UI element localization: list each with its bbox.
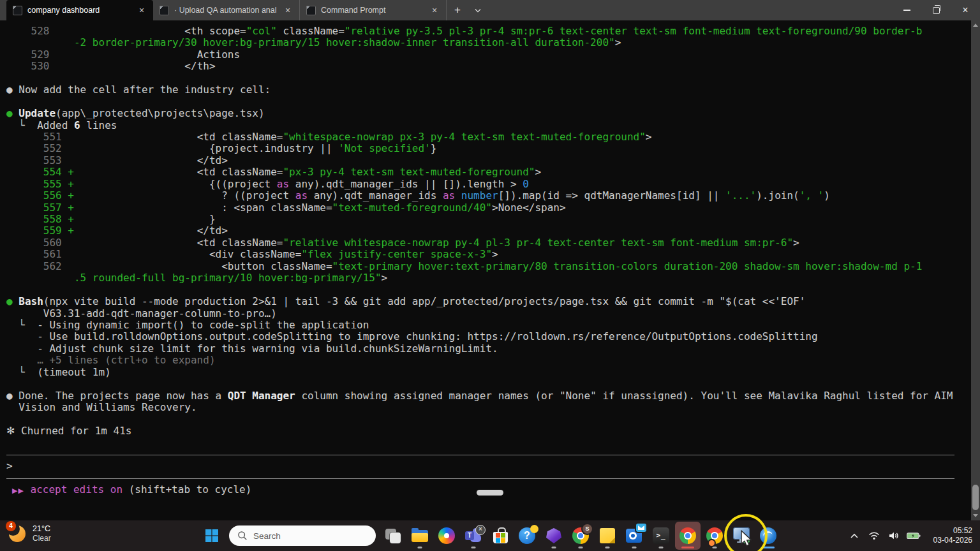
text-segment: └ (timeout 1m) — [6, 366, 111, 378]
weather-widget[interactable]: 4 21°C Clear — [8, 524, 51, 543]
tab-1[interactable]: company dashboard× — [6, 0, 153, 20]
microsoft-store-button[interactable] — [487, 522, 513, 550]
clock[interactable]: 05:52 03-04-2026 — [926, 526, 972, 545]
text-segment: lines — [80, 119, 117, 131]
running-indicator — [632, 547, 637, 548]
weather-condition: Clear — [33, 534, 51, 543]
text-segment: "px-3 py-4 text-sm text-muted-foreground… — [283, 166, 535, 178]
text-segment: <td className= — [62, 237, 283, 249]
tab-label: · Upload QA automation anal — [174, 6, 278, 15]
text-segment: (shift+tab to cycle) — [122, 483, 251, 496]
loop-button[interactable] — [541, 522, 567, 550]
terminal-line: ● Done. The projects page now has a QDT … — [6, 390, 971, 402]
terminal-line: 561 <div className="flex justify-center … — [6, 249, 971, 260]
terminal-line: 560 <td className="relative whitespace-n… — [6, 237, 971, 249]
text-segment: 528 — [6, 25, 49, 37]
minimize-button[interactable] — [892, 0, 921, 20]
sticky-notes-button[interactable] — [595, 522, 620, 550]
text-segment: QDT Manager — [228, 390, 295, 402]
close-button[interactable]: × — [951, 0, 980, 20]
terminal-button[interactable]: >_ — [648, 522, 674, 550]
text-segment: (app\_protected\projects\page.tsx) — [56, 107, 265, 119]
terminal-line: └ (timeout 1m) — [6, 367, 971, 378]
volume-icon[interactable] — [887, 526, 901, 545]
text-segment: 557 + — [6, 202, 74, 214]
tab-3[interactable]: Command Prompt× — [300, 0, 447, 20]
text-segment: []).map(id => qdtManagerNames[id] || — [498, 189, 725, 202]
text-segment: className= — [277, 25, 345, 37]
scrollbar-thumb[interactable] — [972, 485, 979, 510]
teams-button[interactable]: T× — [461, 522, 486, 550]
tab-close-icon[interactable]: × — [283, 5, 293, 15]
search-box[interactable]: Search — [229, 525, 376, 546]
text-segment: 555 + — [6, 178, 74, 190]
text-segment: } — [74, 213, 216, 225]
input-box-border — [6, 449, 971, 460]
text-segment: 560 — [6, 237, 62, 249]
text-segment: 530 — [6, 60, 49, 72]
tray-chevron-up-icon[interactable] — [847, 526, 861, 545]
new-tab-button[interactable]: + — [447, 0, 468, 20]
text-segment: number — [461, 189, 498, 202]
text-segment: "text-primary hover:text-primary/80 tran… — [332, 260, 923, 272]
running-indicator — [713, 547, 717, 548]
start-button[interactable] — [199, 522, 225, 550]
terminal-line: … +5 lines (ctrl+o to expand) — [6, 355, 971, 366]
tab-close-icon[interactable]: × — [137, 5, 147, 15]
file-explorer-button[interactable] — [407, 522, 433, 550]
chevron-down-icon — [475, 8, 481, 13]
text-segment: ▶▶ — [6, 487, 24, 495]
text-segment: column showing assigned manager names (o… — [295, 390, 953, 402]
outlook-button[interactable] — [621, 522, 647, 550]
sticky-notes-icon — [598, 527, 616, 545]
loop-icon — [545, 527, 563, 545]
text-segment: ) — [824, 189, 830, 202]
text-segment: > — [793, 237, 799, 249]
scroll-down-arrow-icon[interactable] — [973, 514, 978, 517]
get-help-badge — [530, 525, 538, 533]
tab-label: Command Prompt — [321, 6, 424, 15]
text-segment: <div className= — [62, 248, 302, 260]
search-icon — [237, 531, 248, 541]
terminal-line: 551 <td className="whitespace-nowrap px-… — [6, 131, 971, 143]
tab-close-icon[interactable]: × — [429, 5, 440, 15]
text-segment: as — [443, 189, 455, 202]
copilot-button[interactable] — [434, 522, 459, 550]
text-segment: ● — [6, 107, 13, 119]
task-view-button[interactable] — [380, 522, 406, 550]
text-segment: (npx vite build --mode production 2>&1 |… — [43, 295, 805, 307]
chrome-active-button[interactable] — [675, 522, 701, 550]
chrome-secondary-button[interactable] — [702, 522, 727, 550]
restore-button[interactable] — [921, 0, 951, 20]
text-segment: 529 — [6, 48, 49, 61]
terminal-line: 558 + } — [6, 214, 971, 225]
task-view-icon — [384, 527, 402, 545]
terminal-body[interactable]: 528 <th scope="col" className="relative … — [0, 20, 971, 520]
text-segment: as — [295, 189, 308, 202]
terminal-line: ● Bash(npx vite build --mode production … — [6, 296, 971, 307]
chrome-work-button[interactable]: S — [568, 522, 593, 550]
tab-dropdown-button[interactable] — [468, 0, 487, 20]
tab-label: company dashboard — [27, 6, 131, 15]
running-indicator — [605, 547, 610, 548]
text-segment: 558 + — [6, 213, 74, 225]
terminal-line: -2 border-primary/30 hover:bg-primary/15… — [6, 37, 971, 48]
terminal-line: .5 rounded-full bg-primary/10 hover:bg-p… — [6, 272, 971, 284]
text-segment: Update — [13, 107, 56, 119]
wifi-icon[interactable] — [867, 526, 881, 545]
get-help-button[interactable]: ? — [514, 522, 540, 550]
text-segment: ? ((project — [74, 189, 295, 202]
terminal-line: ● Update(app\_protected\projects\page.ts… — [6, 108, 971, 119]
text-segment: ● Done. The projects page now has a — [6, 390, 228, 402]
tab-2[interactable]: · Upload QA automation anal× — [153, 0, 300, 20]
terminal-line: Vision and Williams Recovery. — [6, 402, 971, 413]
text-segment: - Adjust chunk size limit for this warni… — [6, 342, 498, 355]
scrollbar[interactable] — [971, 20, 980, 520]
battery-icon[interactable] — [907, 526, 921, 545]
terminal-line: 557 + : <span className="text-muted-fore… — [6, 202, 971, 214]
text-segment: > — [382, 272, 388, 284]
taskbar-apps: T×?S>_ — [380, 522, 781, 550]
scroll-up-arrow-icon[interactable] — [973, 24, 978, 27]
text-segment: > — [535, 166, 541, 178]
terminal-line: └ - Using dynamic import() to code-split… — [6, 320, 971, 331]
